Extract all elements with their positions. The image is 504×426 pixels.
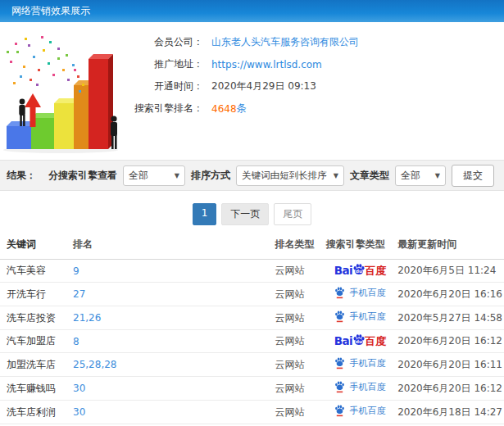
article-type-label: 文章类型 — [350, 169, 389, 183]
rank-type-cell: 云网站 — [273, 283, 324, 306]
table-row: 开洗车行 27 云网站 Bai du 百度 — [0, 283, 504, 306]
ranking-table: 关键词 排名 排名类型 搜索引擎类型 最新更新时间 汽车美容 9 云网站 Bai… — [0, 230, 504, 426]
rank-type-cell: 云网站 — [273, 330, 324, 353]
baidu-logo-text-cn: 百度 — [365, 336, 386, 347]
rank-cell: 25,28,28 — [71, 353, 273, 377]
rank-cell: 9 — [71, 260, 273, 283]
chevron-down-icon: ▼ — [430, 172, 440, 179]
mobile-baidu-text: 手机百度 — [349, 383, 385, 392]
rank-type-cell: 云网站 — [273, 401, 324, 424]
growth-chart-image — [0, 26, 125, 156]
rank-cell: 8 — [71, 330, 273, 353]
rank-link[interactable]: 30 — [73, 383, 85, 394]
mobile-baidu-text: 手机百度 — [349, 406, 385, 415]
rank-link[interactable]: 25,28,28 — [73, 359, 116, 370]
rank-type-cell: 云网站 — [273, 377, 324, 401]
pagination: 1 下一页 尾页 — [0, 203, 504, 225]
engine-select[interactable]: 全部 ▼ — [123, 165, 185, 186]
mobile-baidu-paw-icon — [334, 405, 345, 417]
company-link[interactable]: 山东老人头汽车服务咨询有限公司 — [211, 35, 359, 49]
sort-select-value: 关键词由短到长排序 — [242, 170, 327, 182]
rank-link[interactable]: 30 — [73, 406, 85, 418]
company-label: 会员公司： — [125, 35, 203, 49]
mobile-baidu-logo: 手机百度 — [334, 310, 385, 323]
ranking-count-unit[interactable]: 条 — [237, 102, 247, 116]
table-row: 洗车赚钱吗 30 云网站 Bai du 百度 — [0, 377, 504, 401]
baidu-logo-text-cn: 百度 — [365, 265, 386, 276]
mobile-baidu-logo: 手机百度 — [334, 405, 385, 417]
bar-red — [89, 54, 113, 149]
updated-cell: 2020年6月18日 14:27 — [396, 401, 504, 424]
header-rank-type: 排名类型 — [273, 230, 324, 260]
header-updated: 最新更新时间 — [396, 230, 504, 260]
keyword-cell: 开洗车行 — [0, 283, 71, 306]
engine-cell: Bai du 百度 — [325, 306, 396, 330]
engine-cell: Bai du 百度 — [325, 283, 396, 306]
baidu-paw-icon: du — [352, 263, 366, 276]
rank-link[interactable]: 27 — [73, 288, 85, 300]
updated-cell: 2020年6月20日 16:12 — [396, 377, 504, 401]
engine-cell: Bai du 百度 — [325, 353, 396, 377]
info-row-url: 推广地址： https://www.lrtlsd.com — [125, 53, 504, 75]
header-keyword: 关键词 — [0, 230, 71, 260]
keyword-cell: 洗车赚钱吗 — [0, 377, 71, 401]
open-time-value: 2020年4月29日 09:13 — [211, 79, 316, 93]
mobile-baidu-logo: 手机百度 — [334, 357, 385, 369]
info-row-ranking-count: 搜索引擎排名： 4648 条 — [125, 97, 504, 120]
mobile-baidu-paw-icon — [334, 357, 345, 369]
rank-type-cell: 云网站 — [273, 306, 324, 330]
next-page-button[interactable]: 下一页 — [221, 203, 269, 225]
keyword-cell: 洗车店利润 — [0, 401, 71, 424]
chevron-down-icon: ▼ — [329, 172, 338, 179]
mobile-baidu-paw-icon — [334, 310, 345, 323]
baidu-logo: Bai du 百度 — [334, 335, 387, 348]
engine-cell: Bai du 百度 — [325, 260, 396, 283]
sort-select[interactable]: 关键词由短到长排序 ▼ — [236, 165, 344, 186]
updated-cell: 2020年5月27日 14:58 — [396, 306, 504, 330]
keyword-cell: 汽车加盟店 — [0, 330, 71, 353]
filter-controls: 分搜索引擎查看 全部 ▼ 排序方式 关键词由短到长排序 ▼ 文章类型 全部 ▼ … — [48, 165, 494, 187]
updated-cell: 2020年6月20日 16:12 — [396, 330, 504, 353]
rank-type-cell: 云网站 — [273, 260, 324, 283]
keyword-cell: 加盟洗车店 — [0, 353, 71, 377]
page-1-button[interactable]: 1 — [193, 203, 217, 225]
baidu-paw-icon: du — [352, 333, 366, 347]
chevron-down-icon: ▼ — [170, 172, 179, 179]
article-type-select[interactable]: 全部 ▼ — [395, 165, 446, 186]
rank-cell: 30 — [71, 401, 273, 424]
engine-filter-label: 分搜索引擎查看 — [48, 169, 117, 183]
table-header-row: 关键词 排名 排名类型 搜索引擎类型 最新更新时间 — [0, 230, 504, 260]
mobile-baidu-paw-icon — [334, 287, 345, 299]
rank-link[interactable]: 8 — [73, 336, 79, 347]
mobile-baidu-logo: 手机百度 — [334, 381, 385, 393]
baidu-logo-text-bai: Bai — [334, 265, 353, 277]
table-row: 汽车美容 9 云网站 Bai du 百度 — [0, 260, 504, 283]
table-row: 洗车店投资 21,26 云网站 Bai du 百度 — [0, 306, 504, 330]
engine-cell: Bai du 百度 — [325, 377, 396, 401]
updated-cell: 2020年6月20日 16:16 — [396, 283, 504, 306]
promo-url-link[interactable]: https://www.lrtlsd.com — [211, 59, 322, 70]
rank-type-cell: 云网站 — [273, 353, 324, 377]
rank-cell: 21,26 — [71, 306, 273, 330]
header-bar: 网络营销效果展示 — [0, 0, 504, 22]
baidu-logo: Bai du 百度 — [334, 265, 387, 278]
rank-cell: 30 — [71, 377, 273, 401]
engine-cell: Bai du 百度 — [325, 330, 396, 353]
info-section: 会员公司： 山东老人头汽车服务咨询有限公司 推广地址： https://www.… — [0, 22, 504, 155]
mobile-baidu-text: 手机百度 — [349, 312, 385, 321]
submit-button[interactable]: 提交 — [452, 165, 494, 187]
ranking-count-label: 搜索引擎排名： — [125, 102, 203, 116]
table-row: 洗车店利润 30 云网站 Bai du 百度 — [0, 401, 504, 424]
svg-text:du: du — [356, 339, 362, 344]
last-page-button[interactable]: 尾页 — [274, 203, 311, 225]
bar-chart-illustration — [0, 26, 125, 155]
rank-link[interactable]: 21,26 — [73, 312, 101, 324]
keyword-cell: 洗车店投资 — [0, 306, 71, 330]
promo-url-label: 推广地址： — [125, 57, 203, 71]
updated-cell: 2020年6月5日 11:24 — [396, 260, 504, 283]
rank-link[interactable]: 9 — [73, 265, 79, 277]
info-row-open-time: 开通时间： 2020年4月29日 09:13 — [125, 75, 504, 97]
engine-select-value: 全部 — [129, 169, 148, 183]
baidu-logo-text-bai: Bai — [334, 336, 353, 347]
svg-text:du: du — [356, 269, 362, 274]
